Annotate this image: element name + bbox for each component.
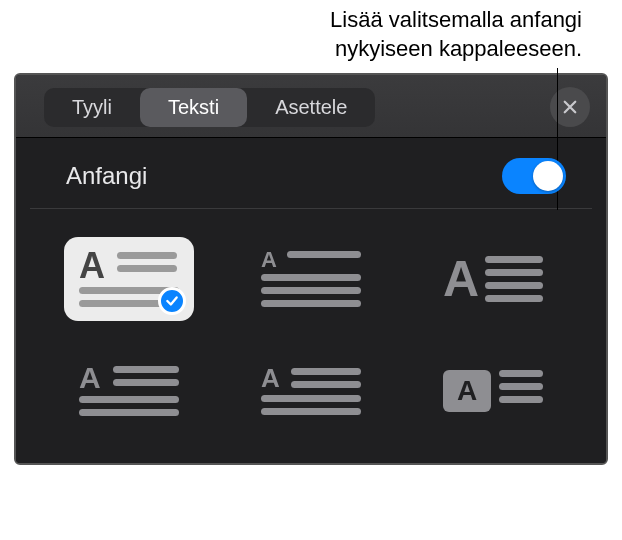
dropcap-thumb-3: A <box>443 250 543 308</box>
dropcap-style-6[interactable]: A <box>428 349 558 433</box>
callout-caption: Lisää valitsemalla anfangi nykyiseen kap… <box>0 0 622 73</box>
dropcap-thumb-4: A <box>79 360 179 422</box>
letter-icon: A <box>79 366 105 390</box>
letter-icon: A <box>261 368 283 389</box>
format-panel: Tyyli Teksti Asettele Anfangi A <box>14 73 608 465</box>
segmented-control: Tyyli Teksti Asettele <box>44 88 375 127</box>
dropcap-style-2[interactable]: A <box>246 237 376 321</box>
dropcap-row: Anfangi <box>30 138 592 209</box>
tab-bar: Tyyli Teksti Asettele <box>16 75 606 138</box>
dropcap-style-grid: A <box>16 209 606 443</box>
check-icon <box>165 294 179 308</box>
tab-layout[interactable]: Asettele <box>247 88 375 127</box>
dropcap-style-3[interactable]: A <box>428 237 558 321</box>
close-button[interactable] <box>550 87 590 127</box>
panel-content: Anfangi A <box>16 138 606 463</box>
tab-style[interactable]: Tyyli <box>44 88 140 127</box>
dropcap-style-4[interactable]: A <box>64 349 194 433</box>
dropcap-style-5[interactable]: A <box>246 349 376 433</box>
selected-badge <box>158 287 186 315</box>
dropcap-thumb-2: A <box>261 245 361 314</box>
dropcap-thumb-6: A <box>443 364 543 418</box>
callout-text-line-2: nykyiseen kappaleeseen. <box>0 35 582 64</box>
close-icon <box>561 98 579 116</box>
dropcap-style-1[interactable]: A <box>64 237 194 321</box>
tab-text[interactable]: Teksti <box>140 88 247 127</box>
dropcap-toggle[interactable] <box>502 158 566 194</box>
letter-icon: A <box>443 259 477 299</box>
dropcap-thumb-5: A <box>261 362 361 421</box>
switch-knob <box>533 161 563 191</box>
dropcap-label: Anfangi <box>66 162 147 190</box>
callout-text-line-1: Lisää valitsemalla anfangi <box>0 6 582 35</box>
boxed-letter-icon: A <box>443 370 491 412</box>
letter-icon: A <box>79 252 109 281</box>
letter-icon: A <box>261 251 279 269</box>
